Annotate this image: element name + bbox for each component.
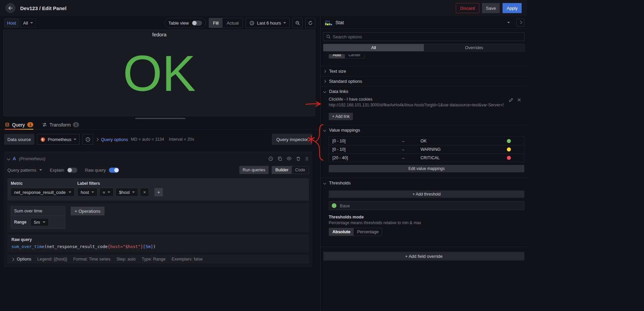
range-select[interactable]: 5m xyxy=(31,218,49,226)
datasource-picker[interactable]: Prometheus xyxy=(37,134,80,145)
section-standard-options-header[interactable]: Standard options xyxy=(321,76,527,86)
chevron-down-icon xyxy=(69,192,71,193)
tab-query-label: Query xyxy=(12,122,25,128)
chevron-right-icon[interactable] xyxy=(95,138,99,141)
absolute-option[interactable]: Absolute xyxy=(329,228,354,236)
chevron-down-icon[interactable] xyxy=(7,157,10,160)
section-thresholds-header[interactable]: Thresholds xyxy=(321,178,527,188)
edit-value-mappings-button[interactable]: Edit value mappings xyxy=(329,165,524,172)
percentage-option[interactable]: Percentage xyxy=(354,228,382,236)
mapping-range: [0 - 10] xyxy=(329,147,393,152)
arrow-right-icon: → xyxy=(393,139,413,143)
svg-text:12.4: 12.4 xyxy=(325,20,330,22)
datasource-help-button[interactable]: ? xyxy=(82,134,93,145)
apply-button[interactable]: Apply xyxy=(502,3,522,13)
history-icon[interactable] xyxy=(268,156,273,161)
thresholds-mode-label: Thresholds mode xyxy=(329,215,524,219)
table-view-toggle[interactable] xyxy=(192,21,202,26)
explain-toggle[interactable] xyxy=(67,168,77,173)
query-ref-id[interactable]: A xyxy=(13,156,16,161)
range-value: 5m xyxy=(34,220,40,225)
chevron-down-icon xyxy=(108,192,110,193)
code-selector: {host="$host"} xyxy=(108,244,143,249)
collapse-pane-button[interactable] xyxy=(516,19,524,27)
mapping-color-swatch[interactable] xyxy=(507,139,511,143)
trash-icon[interactable] xyxy=(296,156,301,161)
variable-label: Host xyxy=(4,18,19,28)
query-patterns-dropdown[interactable]: Query patterns xyxy=(7,168,36,173)
tab-all[interactable]: All xyxy=(323,44,424,51)
filter-value-select[interactable]: $host xyxy=(116,188,138,197)
edit-pencil-icon[interactable] xyxy=(509,98,513,102)
discard-button[interactable]: Discard xyxy=(456,3,479,13)
chevron-down-icon[interactable] xyxy=(507,22,510,23)
view-controls: Table view Fill Actual Last 6 hours xyxy=(164,18,315,28)
add-field-override-button[interactable]: + Add field override xyxy=(323,252,524,261)
threshold-base-row[interactable]: Base xyxy=(329,201,524,210)
database-icon xyxy=(5,122,10,127)
add-operations-button[interactable]: + Operations xyxy=(71,207,105,215)
option-format: Format: Time series xyxy=(73,257,110,262)
panel-type-name[interactable]: Stat xyxy=(335,20,344,25)
left-pane: Host All Table view Fill Actual Last 6 h xyxy=(0,16,320,311)
filter-operator-select[interactable]: = xyxy=(99,188,114,197)
query-inspector-button[interactable]: Query inspector xyxy=(272,134,312,145)
time-range-picker[interactable]: Last 6 hours xyxy=(246,18,290,28)
options-toggle[interactable]: Options xyxy=(11,257,31,262)
search-icon xyxy=(326,34,331,39)
raw-query-label: Raw query xyxy=(85,168,106,173)
fill-option[interactable]: Fill xyxy=(209,18,223,28)
tab-transform[interactable]: Transform 0 xyxy=(42,120,79,130)
section-text-size-header[interactable]: Text size xyxy=(321,66,527,76)
eye-icon[interactable] xyxy=(286,156,292,161)
svg-text:?: ? xyxy=(87,138,89,141)
code-option[interactable]: Code xyxy=(292,166,309,174)
filter-key-select[interactable]: host xyxy=(77,188,97,197)
options-search-input[interactable] xyxy=(333,34,522,39)
metric-select[interactable]: net_response_result_code xyxy=(11,188,75,197)
options-search-wrap xyxy=(321,29,527,41)
section-data-links-header[interactable]: Data links xyxy=(321,87,527,96)
raw-query-toggle[interactable] xyxy=(109,168,119,173)
actual-option[interactable]: Actual xyxy=(223,18,243,28)
add-link-button[interactable]: + Add link xyxy=(329,113,353,120)
center-option[interactable]: Center xyxy=(345,54,364,58)
back-button[interactable] xyxy=(5,3,15,13)
add-filter-button[interactable]: + xyxy=(154,188,163,197)
operation-title[interactable]: Sum over time xyxy=(11,206,65,216)
section-value-mappings-header[interactable]: Value mappings xyxy=(321,125,527,135)
data-link-texts: ClickMe - I have cookies http://192.168.… xyxy=(329,97,504,107)
copy-icon[interactable] xyxy=(277,156,282,161)
data-link-title[interactable]: ClickMe - I have cookies xyxy=(329,97,504,102)
resize-handle[interactable] xyxy=(135,118,186,119)
query-options-toggle[interactable]: Query options xyxy=(101,137,128,142)
mapping-color-swatch[interactable] xyxy=(507,147,511,151)
value-mapping-row[interactable]: [20 - 40] → CRITICAL xyxy=(329,153,524,162)
drag-handle-icon[interactable] xyxy=(305,156,309,161)
threshold-color-swatch[interactable] xyxy=(332,203,336,208)
threshold-base-label: Base xyxy=(340,203,350,208)
add-threshold-button[interactable]: + Add threshold xyxy=(329,191,524,198)
builder-option[interactable]: Builder xyxy=(272,166,292,174)
query-datasource-hint: (Prometheus) xyxy=(19,156,45,161)
metric-label: Metric xyxy=(11,181,77,186)
run-queries-button[interactable]: Run queries xyxy=(239,166,269,174)
mapping-color-swatch[interactable] xyxy=(507,156,511,160)
section-data-links: Data links ClickMe - I have cookies http… xyxy=(321,86,527,125)
tab-overrides[interactable]: Overrides xyxy=(424,44,524,51)
value-mapping-row[interactable]: [0 - 10] → OK xyxy=(329,137,524,145)
mapping-range: [20 - 40] xyxy=(329,156,393,160)
variable-value-dropdown[interactable]: All xyxy=(20,18,36,28)
refresh-button[interactable] xyxy=(305,18,315,28)
query-count-badge: 1 xyxy=(27,122,33,127)
value-mapping-row[interactable]: [0 - 10] → WARNING xyxy=(329,145,524,153)
chevron-right-icon xyxy=(11,257,14,261)
auto-option[interactable]: Auto xyxy=(329,54,345,58)
option-step: Step: auto xyxy=(117,257,136,262)
table-view-label: Table view xyxy=(168,21,189,26)
remove-filter-button[interactable]: × xyxy=(140,188,149,197)
zoom-out-button[interactable] xyxy=(292,18,303,28)
close-icon[interactable] xyxy=(517,98,521,102)
tab-query[interactable]: Query 1 xyxy=(5,120,33,130)
save-button[interactable]: Save xyxy=(482,3,500,13)
